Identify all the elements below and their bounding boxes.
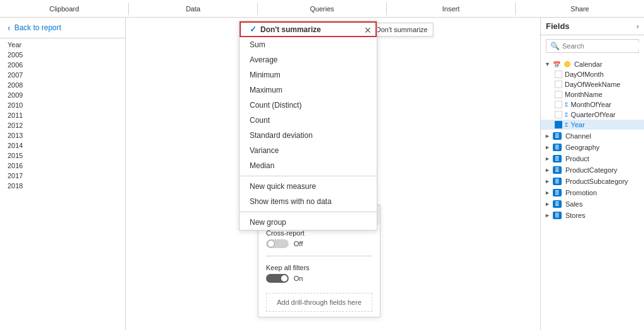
dayofmonth-checkbox[interactable] (555, 71, 562, 78)
new-group-item[interactable]: New group (240, 215, 377, 230)
sum-icon-quarterofyear: Σ (565, 111, 569, 118)
back-to-report-button[interactable]: ‹ Back to report (0, 18, 125, 38)
productcategory-group-label: ProductCategory (565, 166, 618, 174)
maximum-item[interactable]: Maximum (240, 82, 377, 98)
average-item[interactable]: Average (240, 52, 377, 67)
year-list: 2005200620072008200920102011201220132014… (0, 50, 125, 330)
year-item-2012[interactable]: 2012 (0, 120, 125, 130)
year-item-2007[interactable]: 2007 (0, 70, 125, 80)
minimum-item[interactable]: Minimum (240, 67, 377, 82)
center-area: ✓ Don't summarize Sum Average Minimum Ma… (126, 18, 540, 330)
tree-group-header-sales[interactable]: ► ≣ Sales (541, 199, 644, 209)
tree-group-header-channel[interactable]: ► ≣ Channel (541, 131, 644, 141)
tree-group-header-productsubcategory[interactable]: ► ≣ ProductSubcategory (541, 176, 644, 186)
year-item-2014[interactable]: 2014 (0, 140, 125, 151)
drill-divider (266, 256, 372, 256)
dayofweekname-label: DayOfWeekName (565, 81, 620, 88)
ribbon-tab-queries[interactable]: Queries (258, 3, 387, 15)
year-item-2017[interactable]: 2017 (0, 171, 125, 181)
main-area: ‹ Back to report Year 200520062007200820… (0, 18, 644, 330)
cross-report-toggle[interactable] (266, 239, 289, 248)
ribbon-tab-clipboard[interactable]: Clipboard (0, 3, 129, 15)
geography-group-label: Geography (565, 144, 599, 151)
tree-item-monthname[interactable]: MonthName (541, 89, 644, 100)
tree-group-calendar: ▼ 📅 Calendar DayOfMonth DayOfWeekName Mo… (541, 59, 644, 130)
quarterofyear-label: QuarterOfYear (571, 111, 616, 118)
ribbon-tab-data[interactable]: Data (129, 3, 258, 15)
product-chevron-icon: ► (545, 156, 550, 162)
dont-summarize-tooltip: Don't summarize (370, 23, 433, 37)
count-item[interactable]: Count (240, 113, 377, 128)
productcategory-chevron-icon: ► (545, 167, 550, 173)
new-quick-measure-item[interactable]: New quick measure (240, 179, 377, 194)
ribbon: Clipboard Data Queries Insert Share (0, 0, 644, 18)
year-item-2010[interactable]: 2010 (0, 100, 125, 110)
ribbon-tab-insert[interactable]: Insert (387, 3, 516, 15)
search-input[interactable] (562, 42, 644, 50)
ribbon-tab-share[interactable]: Share (516, 3, 644, 15)
product-group-label: Product (565, 155, 589, 162)
variance-item[interactable]: Variance (240, 143, 377, 158)
check-icon: ✓ (250, 25, 257, 34)
tree-group-header-stores[interactable]: ► ≣ Stores (541, 210, 644, 220)
tree-item-monthofyear[interactable]: Σ MonthOfYear (541, 100, 644, 110)
year-item-2016[interactable]: 2016 (0, 161, 125, 171)
search-icon: 🔍 (550, 42, 560, 50)
year-item-2013[interactable]: 2013 (0, 130, 125, 140)
year-item-2005[interactable]: 2005 (0, 50, 125, 60)
back-arrow-icon: ‹ (8, 23, 11, 33)
sum-item[interactable]: Sum (240, 37, 377, 52)
tree-group-promotion: ► ≣ Promotion (541, 188, 644, 198)
tree-group-header-promotion[interactable]: ► ≣ Promotion (541, 188, 644, 198)
calendar-chevron-icon: ▼ (545, 61, 550, 67)
year-item-2011[interactable]: 2011 (0, 110, 125, 120)
channel-table-icon: ≣ (553, 132, 562, 140)
tree-group-header-product[interactable]: ► ≣ Product (541, 154, 644, 164)
productsubcategory-chevron-icon: ► (545, 178, 550, 185)
dont-summarize-item[interactable]: ✓ Don't summarize (240, 21, 377, 37)
monthofyear-checkbox[interactable] (555, 101, 562, 108)
monthname-checkbox[interactable] (555, 91, 562, 98)
tree-item-dayofweekname[interactable]: DayOfWeekName (541, 79, 644, 89)
year-header: Year (0, 38, 125, 50)
median-item[interactable]: Median (240, 158, 377, 173)
promotion-table-icon: ≣ (553, 189, 562, 196)
tree-group-header-productcategory[interactable]: ► ≣ ProductCategory (541, 165, 644, 175)
show-items-no-data-item[interactable]: Show items with no data (240, 194, 377, 209)
tree-group-productcategory: ► ≣ ProductCategory (541, 165, 644, 175)
year-checkbox[interactable] (555, 121, 562, 128)
tree-item-year[interactable]: Σ Year (541, 120, 644, 130)
year-item-2015[interactable]: 2015 (0, 151, 125, 161)
sales-chevron-icon: ► (545, 201, 550, 207)
channel-chevron-icon: ► (545, 133, 550, 139)
calendar-group-label: Calendar (574, 60, 602, 68)
std-dev-item[interactable]: Standard deviation (240, 128, 377, 143)
context-menu: ✓ Don't summarize Sum Average Minimum Ma… (239, 21, 377, 230)
year-item-2006[interactable]: 2006 (0, 60, 125, 70)
tree-item-quarterofyear[interactable]: Σ QuarterOfYear (541, 110, 644, 120)
count-distinct-item[interactable]: Count (Distinct) (240, 98, 377, 113)
quarterofyear-checkbox[interactable] (555, 111, 562, 118)
year-item-2008[interactable]: 2008 (0, 80, 125, 90)
keep-filters-toggle[interactable] (266, 274, 289, 283)
close-menu-button[interactable]: ✕ (362, 24, 374, 37)
channel-group-label: Channel (565, 132, 591, 140)
tree-item-dayofmonth[interactable]: DayOfMonth (541, 69, 644, 79)
tree-group-header-geography[interactable]: ► ≣ Geography (541, 142, 644, 152)
keep-filters-label: Keep all filters (266, 264, 372, 271)
year-item-2009[interactable]: 2009 (0, 90, 125, 100)
stores-chevron-icon: ► (545, 212, 550, 219)
dayofweekname-checkbox[interactable] (555, 81, 562, 88)
tree-group-geography: ► ≣ Geography (541, 142, 644, 152)
expand-panel-icon[interactable]: › (636, 22, 639, 31)
fields-title: Fields (546, 21, 570, 31)
tree-group-sales: ► ≣ Sales (541, 199, 644, 209)
search-box[interactable]: 🔍 (546, 39, 639, 53)
tree-group-header-calendar[interactable]: ▼ 📅 Calendar (541, 59, 644, 69)
menu-divider-2 (240, 212, 377, 212)
drill-drop-area[interactable]: Add drill-through fields here (266, 293, 372, 312)
year-item-2018[interactable]: 2018 (0, 181, 125, 191)
monthofyear-label: MonthOfYear (571, 101, 611, 108)
monthname-label: MonthName (565, 91, 602, 98)
promotion-group-label: Promotion (565, 189, 597, 196)
